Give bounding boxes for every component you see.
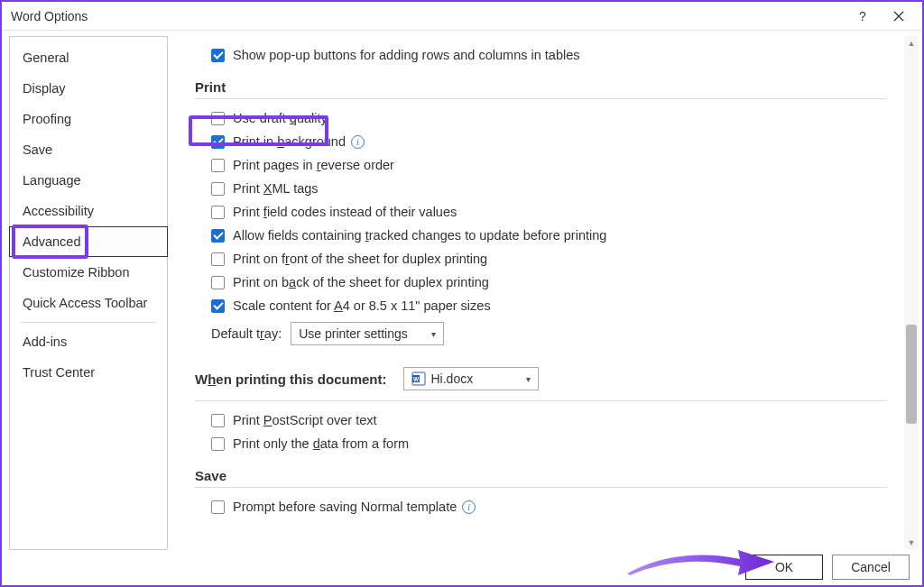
sidebar-item-accessibility[interactable]: Accessibility	[10, 196, 167, 226]
dropdown-document[interactable]: W Hi.docx ▾	[403, 367, 539, 390]
checkbox-postscript[interactable]	[211, 414, 225, 427]
dropdown-tray-value: Use printer settings	[299, 326, 408, 341]
info-icon[interactable]: i	[462, 500, 476, 514]
label-postscript: Print PostScript over text	[233, 413, 377, 427]
sidebar-item-advanced[interactable]: Advanced	[9, 226, 168, 257]
window-title: Word Options	[11, 9, 88, 23]
sidebar-item-customize-ribbon[interactable]: Customize Ribbon	[10, 257, 167, 288]
sidebar-divider	[21, 322, 156, 323]
label-xml-tags: Print XML tags	[233, 181, 319, 196]
label-reverse-order: Print pages in reverse order	[233, 158, 394, 172]
label-duplex-back: Print on back of the sheet for duplex pr…	[233, 275, 489, 289]
sidebar-item-proofing[interactable]: Proofing	[10, 104, 167, 134]
category-sidebar: General Display Proofing Save Language A…	[9, 36, 168, 550]
ok-button[interactable]: OK	[745, 555, 823, 580]
checkbox-reverse-order[interactable]	[211, 159, 225, 172]
dropdown-default-tray[interactable]: Use printer settings ▾	[291, 322, 444, 345]
sidebar-item-save[interactable]: Save	[10, 134, 167, 165]
checkbox-scale-content[interactable]	[211, 299, 225, 313]
sidebar-item-general[interactable]: General	[10, 42, 167, 73]
checkbox-print-background[interactable]	[211, 135, 225, 149]
checkbox-form-data[interactable]	[211, 437, 225, 451]
checkbox-field-codes[interactable]	[211, 206, 225, 219]
word-doc-icon: W	[411, 371, 426, 386]
sidebar-item-language[interactable]: Language	[10, 165, 167, 196]
sidebar-item-trust-center[interactable]: Trust Center	[10, 357, 167, 388]
scroll-up-icon[interactable]: ▲	[904, 36, 919, 50]
section-print-head: Print	[195, 79, 886, 95]
label-tracked-changes: Allow fields containing tracked changes …	[233, 228, 606, 243]
checkbox-duplex-back[interactable]	[211, 276, 225, 289]
checkbox-duplex-front[interactable]	[211, 252, 225, 266]
sidebar-item-quick-access[interactable]: Quick Access Toolbar	[10, 288, 167, 318]
section-docprint-head: When printing this document:	[195, 371, 387, 387]
label-draft-quality: Use draft quality	[233, 111, 328, 125]
sidebar-item-display[interactable]: Display	[10, 73, 167, 104]
sidebar-item-addins[interactable]: Add-ins	[10, 326, 167, 357]
info-icon[interactable]: i	[351, 135, 365, 149]
chevron-down-icon: ▾	[431, 329, 436, 339]
checkbox-normal-template[interactable]	[211, 500, 225, 514]
titlebar: Word Options ?	[2, 2, 922, 31]
scroll-thumb[interactable]	[906, 325, 917, 424]
options-content: Show pop-up buttons for adding rows and …	[168, 31, 904, 555]
cancel-button[interactable]: Cancel	[832, 555, 910, 580]
checkbox-popup-buttons[interactable]	[211, 49, 225, 62]
scroll-down-icon[interactable]: ▼	[904, 536, 919, 550]
label-default-tray: Default tray:	[211, 326, 282, 341]
label-duplex-front: Print on front of the sheet for duplex p…	[233, 252, 487, 266]
close-button[interactable]	[881, 3, 917, 30]
dialog-footer: OK Cancel	[745, 555, 910, 580]
label-field-codes: Print field codes instead of their value…	[233, 205, 457, 219]
label-normal-template: Prompt before saving Normal template	[233, 500, 457, 514]
section-save-head: Save	[195, 468, 886, 483]
label-form-data: Print only the data from a form	[233, 436, 409, 451]
checkbox-draft-quality[interactable]	[211, 112, 225, 125]
label-scale-content: Scale content for A4 or 8.5 x 11" paper …	[233, 298, 491, 313]
checkbox-xml-tags[interactable]	[211, 182, 225, 196]
label-print-background: Print in background	[233, 134, 346, 149]
vertical-scrollbar[interactable]: ▲ ▼	[904, 36, 919, 550]
help-button[interactable]: ?	[845, 3, 881, 30]
dropdown-doc-value: Hi.docx	[431, 371, 474, 386]
checkbox-tracked-changes[interactable]	[211, 229, 225, 243]
label-popup-buttons: Show pop-up buttons for adding rows and …	[233, 48, 579, 62]
svg-text:W: W	[412, 376, 419, 382]
chevron-down-icon: ▾	[526, 374, 531, 384]
